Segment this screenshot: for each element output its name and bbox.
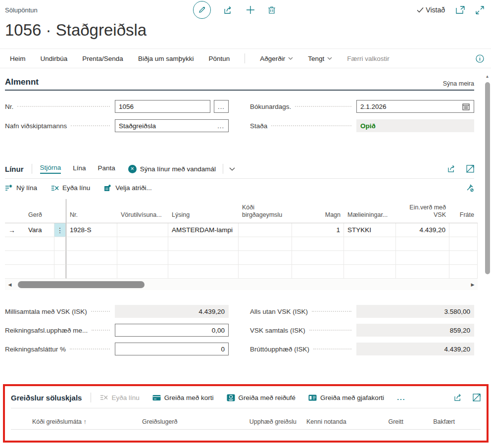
nr-assist-button[interactable]: ... bbox=[214, 100, 229, 113]
column-header-vorutilvisun[interactable]: Vörutilvísuna... bbox=[117, 199, 168, 223]
menu-prenta-senda[interactable]: Prenta/Senda bbox=[82, 55, 123, 62]
trash-icon bbox=[268, 5, 276, 14]
tab-lina[interactable]: Lína bbox=[73, 164, 86, 173]
vat-total-value: 859,20 bbox=[356, 324, 474, 337]
menu-heim[interactable]: Heim bbox=[10, 55, 26, 62]
column-header-greitt[interactable]: Greitt bbox=[374, 418, 403, 425]
menu-bidja-um-samthykki[interactable]: Biðja um samþykki bbox=[138, 55, 194, 62]
dotted-leader bbox=[309, 330, 351, 331]
column-header-nr[interactable]: Nr. bbox=[66, 199, 117, 223]
label-invoice-discount-amount: Reikningsafsl.upphæð me... bbox=[5, 327, 88, 334]
section-title-payments: Greiðslur söluskjals bbox=[11, 394, 82, 402]
cell-kodi[interactable] bbox=[239, 223, 292, 237]
field-label-posting-date: Bókunardags. bbox=[250, 103, 291, 110]
check-icon bbox=[417, 7, 424, 13]
column-header-options bbox=[54, 199, 66, 223]
cell-gerd[interactable]: Vara bbox=[25, 223, 54, 237]
payments-delete-line-button: Eyða línu bbox=[100, 394, 139, 401]
payments-share-button[interactable] bbox=[454, 394, 463, 401]
new-line-button[interactable]: Ný lína bbox=[5, 184, 37, 192]
customer-name-lookup[interactable]: ... bbox=[213, 122, 228, 130]
gross-total-value: 4.439,20 bbox=[356, 343, 474, 355]
cell-frate[interactable] bbox=[449, 223, 478, 237]
customer-name-field[interactable] bbox=[115, 120, 213, 131]
column-header-kenni-notanda[interactable]: Kenni notanda bbox=[306, 418, 374, 425]
menu-tengt[interactable]: Tengt bbox=[308, 55, 332, 62]
tab-panta[interactable]: Panta bbox=[98, 164, 115, 173]
column-header-lysing[interactable]: Lýsing bbox=[168, 199, 239, 223]
scroll-up-icon[interactable]: ▲ bbox=[486, 74, 490, 79]
horizontal-scrollbar-thumb[interactable] bbox=[18, 281, 145, 288]
table-row-empty bbox=[5, 251, 478, 265]
menu-undirbua[interactable]: Undirbúa bbox=[41, 55, 68, 62]
cell-nr[interactable]: 1928-S bbox=[66, 223, 117, 237]
table-row: → Vara ⋮ 1928-S AMSTERDAM-lampi 1 STYKKI… bbox=[5, 223, 478, 237]
page-title: 1056 · Staðgreiðsla bbox=[0, 20, 491, 46]
filter-lines-with-issues[interactable]: × Sýna línur með vandamál bbox=[128, 165, 216, 173]
payments-table-header: Kóði greiðslumáta ↑ Greiðslugerð Upphæð … bbox=[11, 408, 481, 429]
dotted-leader bbox=[70, 348, 110, 349]
payments-maximize-button[interactable] bbox=[473, 394, 481, 401]
column-header-greidslugerd[interactable]: Greiðslugerð bbox=[142, 418, 216, 425]
column-header-gerd[interactable]: Gerð bbox=[25, 199, 54, 223]
pay-with-cash-button[interactable]: Greiða með reiðufé bbox=[227, 394, 296, 401]
gift-card-icon bbox=[308, 395, 317, 401]
cell-lysing[interactable]: AMSTERDAM-lampi bbox=[168, 223, 239, 237]
lines-maximize-button[interactable] bbox=[466, 165, 474, 173]
column-header-einverd-med-vsk[interactable]: Ein.verð með VSK bbox=[396, 199, 449, 223]
cell-magn[interactable]: 1 bbox=[292, 223, 344, 237]
show-more-link[interactable]: Sýna meira bbox=[443, 80, 474, 87]
resize-icon bbox=[466, 165, 474, 173]
lines-share-button[interactable] bbox=[447, 165, 456, 173]
open-in-new-window-button[interactable] bbox=[456, 6, 465, 14]
pay-with-card-button[interactable]: Greiða með korti bbox=[152, 394, 214, 401]
posting-date-field[interactable] bbox=[357, 101, 458, 112]
column-header-kodi-greidslumata[interactable]: Kóði greiðslumáta ↑ bbox=[32, 418, 142, 425]
delete-button[interactable] bbox=[268, 5, 276, 14]
share-button[interactable] bbox=[224, 6, 233, 14]
cell-vorutilvisun[interactable] bbox=[117, 223, 168, 237]
label-subtotal: Millisamtala með VSK (ISK) bbox=[5, 308, 87, 315]
more-actions-button[interactable]: ... bbox=[397, 394, 405, 401]
menu-adgerdir[interactable]: Aðgerðir bbox=[260, 55, 293, 62]
date-picker-button[interactable] bbox=[458, 103, 474, 110]
credit-card-icon bbox=[152, 395, 161, 401]
new-button[interactable] bbox=[246, 5, 255, 14]
delete-line-button[interactable]: Eyða línu bbox=[51, 184, 90, 192]
tab-stjorna[interactable]: Stjórna bbox=[40, 164, 61, 174]
lines-menu-chevron[interactable] bbox=[229, 167, 235, 171]
column-header-magn[interactable]: Magn bbox=[292, 199, 344, 223]
vertical-scrollbar-thumb[interactable] bbox=[485, 82, 490, 274]
menu-pontun[interactable]: Pöntun bbox=[208, 55, 230, 62]
column-header-frate[interactable]: Fráte bbox=[449, 199, 478, 223]
pay-with-giftcard-button[interactable]: Greiða með gjafakorti bbox=[308, 394, 384, 401]
column-header-maelieiningar[interactable]: Mælieiningar... bbox=[344, 199, 396, 223]
column-header-upphaed-greidslu[interactable]: Upphæð greiðslu bbox=[216, 418, 296, 425]
save-status: Vistað bbox=[417, 6, 445, 14]
cell-maelieining[interactable]: STYKKI bbox=[344, 223, 396, 237]
invoice-discount-amount-field[interactable] bbox=[115, 325, 228, 336]
menu-faerri-valkostir[interactable]: Færri valkostir bbox=[347, 55, 390, 62]
remove-filter-icon[interactable]: × bbox=[128, 165, 137, 173]
row-options-button[interactable]: ⋮ bbox=[54, 223, 66, 237]
sales-lines-table: Gerð Nr. Vörutilvísuna... Lýsing Kóði bi… bbox=[5, 199, 478, 290]
divider bbox=[32, 164, 32, 174]
scroll-right-icon[interactable]: ▶ bbox=[468, 282, 478, 287]
top-bar: Sölupöntun Vis bbox=[0, 0, 491, 20]
edit-button[interactable] bbox=[193, 1, 211, 19]
invoice-discount-pct-field[interactable] bbox=[115, 344, 228, 354]
scroll-left-icon[interactable]: ◀ bbox=[5, 282, 15, 287]
nr-field[interactable] bbox=[115, 101, 210, 112]
horizontal-scrollbar[interactable]: ◀ ▶ bbox=[5, 279, 478, 290]
info-button[interactable] bbox=[476, 54, 484, 63]
info-icon bbox=[476, 54, 484, 63]
popout-icon bbox=[456, 6, 465, 14]
fullscreen-button[interactable] bbox=[476, 6, 484, 14]
vertical-scrollbar[interactable]: ▲ bbox=[484, 74, 491, 274]
delete-line-icon bbox=[51, 185, 59, 192]
column-header-bakfaert[interactable]: Bakfært bbox=[403, 418, 455, 425]
column-header-kodi-birgdageymslu[interactable]: Kóði birgðageymslu bbox=[239, 199, 292, 223]
select-items-button[interactable]: Velja atriði... bbox=[104, 184, 152, 192]
unpin-button[interactable] bbox=[466, 184, 474, 192]
cell-einverd[interactable]: 4.439,20 bbox=[396, 223, 449, 237]
